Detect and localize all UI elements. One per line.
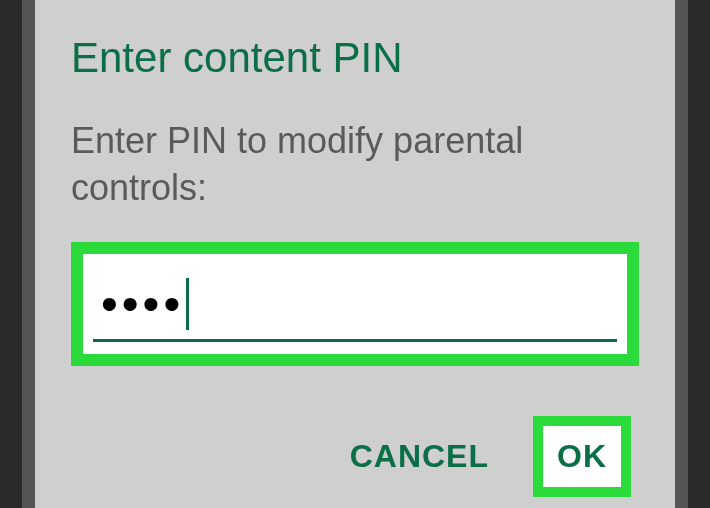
dialog-subtitle: Enter PIN to modify parental controls: (71, 118, 639, 212)
cancel-button[interactable]: CANCEL (342, 420, 497, 493)
text-cursor-icon (186, 278, 189, 330)
pin-dialog: Enter content PIN Enter PIN to modify pa… (35, 0, 675, 508)
ok-button-highlight: OK (533, 416, 631, 497)
pin-input[interactable]: •••• (83, 254, 627, 354)
background-right (688, 0, 710, 508)
dialog-actions: CANCEL OK (71, 416, 639, 497)
pin-mask: •••• (101, 295, 184, 313)
input-underline (93, 339, 617, 342)
background-left (0, 0, 22, 508)
ok-button[interactable]: OK (543, 426, 621, 487)
dialog-title: Enter content PIN (71, 34, 639, 82)
pin-input-highlight: •••• (71, 242, 639, 366)
